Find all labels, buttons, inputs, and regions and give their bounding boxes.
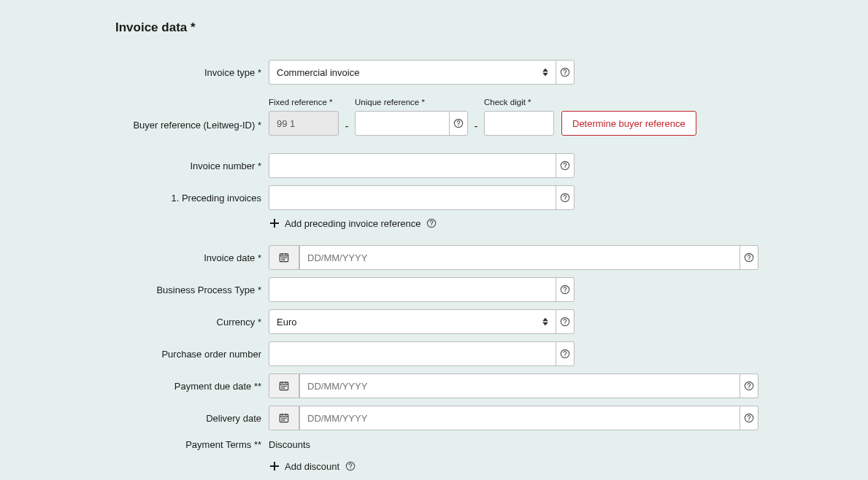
plus-icon [269, 217, 280, 229]
svg-rect-45 [282, 419, 283, 421]
label-check-digit: Check digit * [484, 98, 554, 107]
svg-point-7 [564, 199, 565, 200]
svg-rect-42 [282, 418, 283, 419]
row-invoice-number: Invoice number * [115, 153, 758, 178]
row-delivery-date: Delivery date [115, 406, 758, 430]
svg-rect-44 [285, 418, 287, 419]
calendar-icon[interactable] [269, 245, 299, 270]
label-preceding-invoices: 1. Preceding invoices [115, 185, 269, 204]
svg-rect-33 [285, 386, 287, 387]
help-icon[interactable] [556, 341, 575, 366]
row-payment-due-date: Payment due date ** [115, 373, 758, 398]
label-delivery-date: Delivery date [115, 406, 269, 424]
invoice-date-input[interactable] [299, 245, 740, 270]
payment-due-date-input[interactable] [299, 373, 740, 398]
svg-rect-32 [283, 386, 285, 387]
svg-point-25 [561, 349, 569, 357]
label-fixed-reference: Fixed reference * [269, 98, 339, 107]
svg-point-22 [564, 291, 565, 292]
delivery-date-input[interactable] [299, 406, 740, 430]
add-discount-button[interactable]: Add discount [269, 460, 758, 472]
determine-buyer-reference-button[interactable]: Determine buyer reference [561, 111, 696, 136]
section-title: Invoice data * [115, 20, 758, 35]
label-unique-reference: Unique reference * [355, 98, 468, 107]
add-discount-label: Add discount [285, 461, 339, 472]
row-preceding-invoices: 1. Preceding invoices Add preceding invo… [115, 185, 758, 238]
preceding-invoices-input[interactable] [269, 185, 556, 210]
label-buyer-reference: Buyer reference (Leitweg-ID) * [115, 98, 269, 131]
chevron-updown-icon [542, 69, 548, 77]
row-currency: Currency * Euro [115, 309, 758, 334]
plus-icon [269, 460, 280, 472]
svg-point-2 [454, 119, 462, 127]
separator-dash: - [468, 101, 484, 132]
svg-rect-34 [282, 387, 283, 389]
row-invoice-type: Invoice type * Commercial invoice [115, 60, 758, 85]
invoice-type-select[interactable]: Commercial invoice [269, 60, 556, 85]
svg-point-37 [748, 387, 749, 388]
currency-select[interactable]: Euro [269, 309, 556, 334]
help-icon[interactable] [449, 111, 468, 136]
row-business-process-type: Business Process Type * [115, 277, 758, 302]
svg-point-24 [564, 323, 565, 324]
currency-selected-value: Euro [277, 317, 296, 328]
svg-point-48 [748, 419, 749, 420]
svg-rect-17 [282, 259, 283, 260]
svg-rect-16 [285, 258, 287, 259]
label-invoice-type: Invoice type * [115, 60, 269, 78]
help-icon[interactable] [556, 153, 575, 178]
help-icon[interactable] [740, 373, 758, 398]
help-icon[interactable] [345, 461, 356, 471]
svg-point-26 [564, 355, 565, 356]
business-process-type-input[interactable] [269, 277, 556, 302]
label-invoice-date: Invoice date * [115, 245, 269, 263]
add-preceding-label: Add preceding invoice reference [285, 218, 420, 229]
invoice-number-input[interactable] [269, 153, 556, 178]
svg-point-47 [745, 414, 753, 422]
help-icon[interactable] [556, 60, 575, 85]
svg-point-6 [561, 193, 569, 201]
discounts-heading: Discounts [269, 438, 758, 450]
help-icon[interactable] [556, 185, 575, 210]
help-icon[interactable] [740, 406, 758, 430]
calendar-icon[interactable] [269, 373, 299, 398]
check-digit-input[interactable] [484, 111, 554, 136]
svg-rect-31 [282, 386, 283, 387]
svg-point-3 [458, 125, 458, 125]
svg-rect-14 [282, 258, 283, 259]
calendar-icon[interactable] [269, 406, 299, 430]
row-invoice-date: Invoice date * [115, 245, 758, 270]
svg-point-5 [564, 167, 565, 168]
unique-reference-input[interactable] [355, 111, 450, 136]
help-icon[interactable] [740, 245, 758, 270]
svg-point-1 [564, 74, 565, 74]
svg-point-0 [561, 68, 569, 76]
svg-rect-38 [280, 414, 288, 422]
svg-rect-43 [283, 418, 285, 419]
svg-point-4 [561, 161, 569, 169]
svg-point-20 [748, 259, 749, 260]
help-icon[interactable] [556, 277, 575, 302]
label-payment-terms: Payment Terms ** [115, 438, 269, 450]
help-icon[interactable] [426, 218, 437, 228]
row-purchase-order-number: Purchase order number [115, 341, 758, 366]
svg-rect-15 [283, 258, 285, 259]
chevron-updown-icon [542, 318, 548, 326]
svg-point-19 [745, 253, 753, 261]
purchase-order-number-input[interactable] [269, 341, 556, 366]
add-preceding-invoice-button[interactable]: Add preceding invoice reference [269, 217, 758, 229]
invoice-type-selected-value: Commercial invoice [277, 67, 359, 78]
fixed-reference-value: 99 1 [277, 118, 295, 129]
help-icon[interactable] [556, 309, 575, 334]
label-payment-due-date: Payment due date ** [115, 373, 269, 392]
svg-rect-10 [280, 254, 288, 262]
svg-point-9 [431, 225, 432, 225]
svg-rect-46 [283, 419, 285, 421]
svg-rect-35 [283, 387, 285, 389]
label-business-process-type: Business Process Type * [115, 277, 269, 295]
label-invoice-number: Invoice number * [115, 153, 269, 171]
svg-rect-18 [283, 259, 285, 260]
row-buyer-reference: Buyer reference (Leitweg-ID) * Fixed ref… [115, 98, 758, 136]
label-purchase-order-number: Purchase order number [115, 341, 269, 360]
svg-point-50 [350, 468, 350, 468]
